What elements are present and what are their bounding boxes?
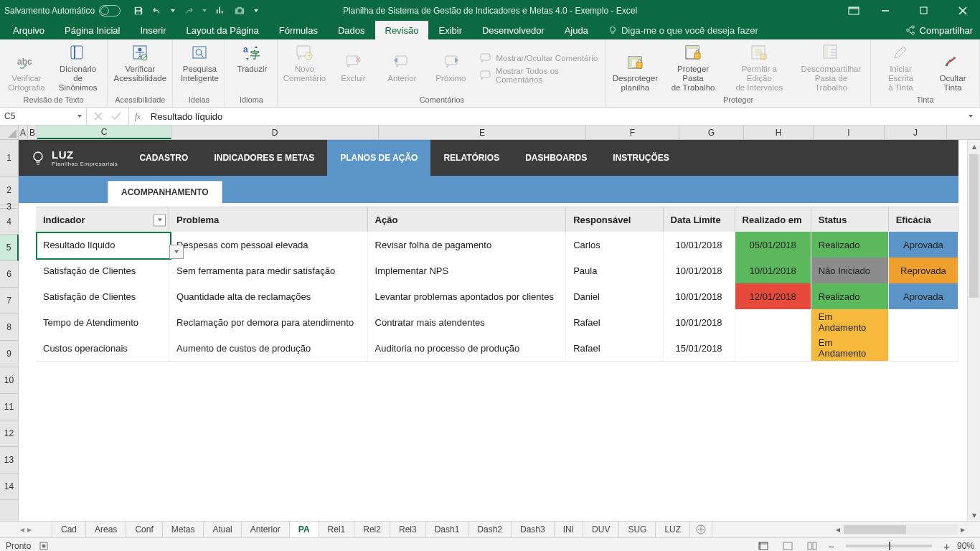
- cell[interactable]: Despesas com pessoal elevada: [169, 232, 368, 258]
- sheet-tab-dash2[interactable]: Dash2: [468, 522, 512, 537]
- ribbon-desproteger-planilha[interactable]: Desprotegerplanilha: [611, 52, 659, 93]
- sheet-tab-rel3[interactable]: Rel3: [390, 522, 426, 537]
- nav-instruções[interactable]: INSTRUÇÕES: [600, 140, 682, 176]
- page-layout-view-button[interactable]: [779, 539, 796, 551]
- sheet-tab-nav[interactable]: ◂ ▸: [0, 522, 52, 537]
- menu-inserir[interactable]: Inserir: [130, 21, 176, 39]
- sheet-tab-cad[interactable]: Cad: [52, 522, 86, 537]
- chart-icon[interactable]: [215, 6, 225, 16]
- cell[interactable]: Rafael: [566, 335, 663, 361]
- sheet-tab-dash1[interactable]: Dash1: [426, 522, 469, 537]
- ribbon-dicionário-de-sinônimos[interactable]: Dicionário deSinônimos: [53, 42, 103, 93]
- col-header-G[interactable]: G: [679, 126, 744, 139]
- row-header-5[interactable]: 5: [0, 235, 19, 261]
- cell[interactable]: Custos operacionais: [36, 335, 169, 361]
- col-header-D[interactable]: D: [171, 126, 379, 139]
- redo-icon[interactable]: [184, 6, 194, 16]
- col-header-E[interactable]: E: [379, 126, 586, 139]
- cell[interactable]: Resultado líquido: [36, 232, 169, 258]
- sheet-tab-anterior[interactable]: Anterior: [242, 522, 290, 537]
- sheet-tab-luz[interactable]: LUZ: [656, 522, 690, 537]
- cancel-icon[interactable]: [94, 112, 103, 121]
- sheet-tab-pa[interactable]: PA: [290, 522, 319, 538]
- cell[interactable]: Paula: [566, 258, 663, 283]
- cell[interactable]: Carlos: [566, 232, 663, 258]
- zoom-out-button[interactable]: −: [828, 540, 834, 552]
- cell[interactable]: 10/01/2018: [664, 283, 735, 309]
- ribbon-verificar-acessibilidade[interactable]: VerificarAcessibilidade: [112, 42, 168, 83]
- cell[interactable]: Quantidade alta de reclamações: [169, 283, 368, 309]
- nav-indicadores-e-metas[interactable]: INDICADORES E METAS: [201, 140, 327, 176]
- select-all-corner[interactable]: [0, 126, 19, 139]
- cell[interactable]: [735, 335, 811, 361]
- sheet-tab-atual[interactable]: Atual: [204, 522, 241, 537]
- scroll-down-icon[interactable]: ▾: [968, 509, 980, 521]
- sheet-tab-ini[interactable]: INI: [555, 522, 583, 537]
- sheet-tab-rel2[interactable]: Rel2: [354, 522, 390, 537]
- cell[interactable]: Aumento de custos de produção: [169, 335, 368, 361]
- cell[interactable]: Reclamação por demora para atendimento: [169, 309, 368, 335]
- add-sheet-button[interactable]: [690, 522, 712, 537]
- ribbon-proteger-pasta-de-trabalho[interactable]: Proteger Pastade Trabalho: [664, 42, 722, 93]
- undo-dropdown-icon[interactable]: [171, 9, 175, 12]
- menu-fórmulas[interactable]: Fórmulas: [269, 21, 328, 39]
- zoom-slider[interactable]: [846, 545, 932, 547]
- cell[interactable]: Não Iniciado: [811, 258, 889, 283]
- menu-arquivo[interactable]: Arquivo: [3, 21, 55, 39]
- nav-planos-de-ação[interactable]: PLANOS DE AÇÃO: [327, 140, 430, 176]
- ribbon-traduzir[interactable]: a字Traduzir: [230, 42, 274, 74]
- cell[interactable]: Satisfação de Clientes: [36, 258, 169, 283]
- save-icon[interactable]: [133, 6, 143, 16]
- zoom-percent[interactable]: 90%: [957, 541, 974, 551]
- menu-ajuda[interactable]: Ajuda: [555, 21, 598, 39]
- sheet-tab-sug[interactable]: SUG: [619, 522, 656, 537]
- grid-body[interactable]: LUZPlanilhas EmpresariaisCADASTROINDICAD…: [19, 140, 980, 521]
- page-break-view-button[interactable]: [804, 539, 821, 551]
- sheet-tab-rel1[interactable]: Rel1: [319, 522, 355, 537]
- scroll-right-icon[interactable]: ▸: [957, 524, 969, 534]
- redo-dropdown-icon[interactable]: [202, 9, 207, 12]
- cell[interactable]: [889, 335, 958, 361]
- cell[interactable]: Revisar folha de pagamento: [368, 232, 567, 258]
- row-header-11[interactable]: 11: [0, 394, 18, 420]
- cell[interactable]: Tempo de Atendimento: [36, 309, 169, 335]
- row-header-6[interactable]: 6: [0, 261, 18, 288]
- cell[interactable]: Aprovada: [889, 232, 958, 258]
- cell-dropdown-button[interactable]: [169, 245, 184, 259]
- fx-icon[interactable]: fx: [129, 108, 146, 125]
- close-button[interactable]: [950, 0, 976, 21]
- col-header-C[interactable]: C: [37, 126, 171, 139]
- nav-cadastro[interactable]: CADASTRO: [126, 140, 201, 176]
- macro-record-icon[interactable]: [39, 541, 50, 551]
- sheet-tab-areas[interactable]: Areas: [86, 522, 126, 537]
- cell[interactable]: 10/01/2018: [664, 309, 735, 335]
- col-header-J[interactable]: J: [885, 126, 947, 139]
- cell[interactable]: 10/01/2018: [664, 232, 735, 258]
- row-header-12[interactable]: 12: [0, 420, 18, 447]
- cell[interactable]: Satisfação de Clientes: [36, 283, 169, 309]
- maximize-button[interactable]: [911, 0, 937, 21]
- cell[interactable]: 05/01/2018: [735, 232, 811, 258]
- undo-icon[interactable]: [152, 6, 162, 16]
- vertical-scrollbar[interactable]: ▴ ▾: [967, 140, 980, 521]
- row-header-10[interactable]: 10: [0, 367, 18, 394]
- sheet-tab-dash3[interactable]: Dash3: [512, 522, 555, 537]
- row-header-13[interactable]: 13: [0, 447, 18, 474]
- cell[interactable]: [889, 309, 958, 335]
- cell[interactable]: Auditoria no processo de produção: [368, 335, 567, 361]
- nav-dashboards[interactable]: DASHBOARDS: [512, 140, 600, 176]
- cell[interactable]: Em Andamento: [811, 335, 889, 361]
- sheet-tab-metas[interactable]: Metas: [163, 522, 204, 537]
- row-header-8[interactable]: 8: [0, 314, 18, 341]
- scroll-up-icon[interactable]: ▴: [968, 140, 980, 152]
- cell[interactable]: Contratar mais atendentes: [368, 309, 567, 335]
- col-header-B[interactable]: B: [28, 126, 37, 139]
- name-box[interactable]: C5: [0, 108, 87, 125]
- filter-dropdown-button[interactable]: [154, 214, 166, 226]
- cell[interactable]: Levantar problemas apontados por cliente…: [368, 283, 567, 309]
- cell[interactable]: Daniel: [566, 283, 663, 309]
- ribbon-pesquisa-inteligente[interactable]: PesquisaInteligente: [177, 42, 222, 83]
- row-header-14[interactable]: 14: [0, 474, 18, 500]
- row-header-2[interactable]: 2: [0, 176, 18, 204]
- col-header-A[interactable]: A: [19, 126, 28, 139]
